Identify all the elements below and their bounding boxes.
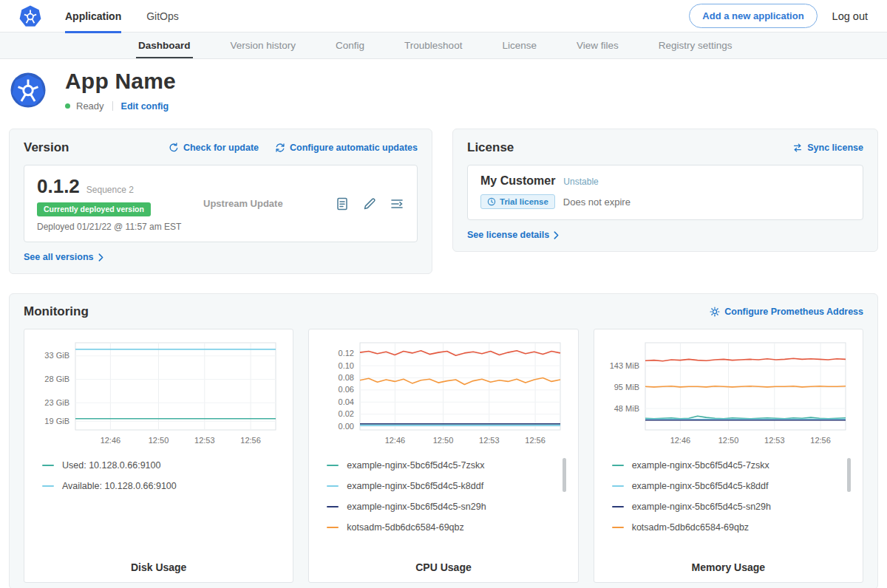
legend-item: example-nginx-5bc6f5d4c5-7zskx [612, 455, 842, 476]
svg-text:0.02: 0.02 [339, 409, 354, 418]
disk-usage-chart-card: 12:4612:5012:5312:5633 GiB28 GiB23 GiB19… [24, 329, 293, 583]
svg-text:28 GiB: 28 GiB [45, 375, 70, 383]
summary-cards-row: Version Check for update [0, 129, 887, 274]
ready-status-dot [65, 103, 70, 109]
tab-application-label: Application [65, 10, 121, 22]
sync-icon [792, 143, 803, 153]
ready-status-text: Ready [76, 100, 104, 112]
logout-button[interactable]: Log out [832, 10, 868, 22]
legend-swatch [612, 465, 624, 466]
legend-swatch [612, 485, 624, 487]
version-info: 0.1.2 Sequence 2 Currently deployed vers… [37, 175, 203, 232]
legend-label: example-nginx-5bc6f5d4c5-sn29h [632, 502, 771, 512]
deployed-timestamp: Deployed 01/21/22 @ 11:57 am EST [37, 222, 203, 232]
svg-text:12:56: 12:56 [810, 436, 831, 445]
svg-text:19 GiB: 19 GiB [45, 417, 70, 425]
svg-text:95 MiB: 95 MiB [614, 383, 639, 392]
legend-item: Used: 10.128.0.66:9100 [42, 455, 272, 476]
app-name-title: App Name [65, 69, 176, 94]
tab-application[interactable]: Application [65, 0, 121, 33]
see-all-versions-label: See all versions [24, 252, 94, 262]
legend-label: example-nginx-5bc6f5d4c5-7zskx [347, 460, 484, 471]
svg-text:12:56: 12:56 [526, 436, 546, 445]
clock-icon [487, 197, 496, 206]
sync-license-link[interactable]: Sync license [792, 143, 863, 153]
legend-scrollbar[interactable] [563, 458, 566, 492]
subtab-config[interactable]: Config [316, 33, 384, 58]
svg-text:0.08: 0.08 [339, 373, 354, 382]
license-channel: Unstable [563, 177, 598, 187]
version-panel: Version Check for update [9, 129, 432, 274]
deployed-badge: Currently deployed version [37, 202, 151, 216]
svg-text:12:46: 12:46 [385, 436, 406, 445]
legend-label: kotsadm-5db6dc6584-69qbz [632, 522, 749, 533]
chart-title: Memory Usage [600, 555, 857, 573]
subtab-dashboard[interactable]: Dashboard [118, 33, 211, 58]
kubernetes-logo-icon[interactable] [19, 5, 41, 27]
chart-legend: Used: 10.128.0.66:9100Available: 10.128.… [30, 449, 287, 496]
app-header-text: App Name Ready Edit config [65, 69, 176, 112]
license-panel: License Sync license My Customer Unstabl… [452, 129, 878, 252]
edit-config-link[interactable]: Edit config [121, 101, 169, 112]
chart-title: Disk Usage [30, 555, 287, 573]
svg-text:12:53: 12:53 [194, 436, 215, 445]
gear-icon [710, 307, 720, 317]
legend-item: example-nginx-5bc6f5d4c5-k8ddf [327, 476, 557, 496]
svg-text:23 GiB: 23 GiB [45, 398, 70, 407]
deploy-logs-icon[interactable] [390, 196, 404, 211]
app-header: App Name Ready Edit config [0, 59, 887, 123]
edit-config-icon[interactable] [362, 196, 377, 211]
svg-text:0.04: 0.04 [339, 397, 354, 406]
subtab-registry-settings-label: Registry settings [659, 40, 733, 51]
subtab-license[interactable]: License [482, 33, 557, 58]
trial-license-badge: Trial license [480, 194, 555, 209]
top-nav: Application GitOps Add a new application… [0, 0, 887, 33]
legend-item: example-nginx-5bc6f5d4c5-7zskx [327, 455, 557, 476]
trial-license-label: Trial license [500, 197, 548, 206]
subtab-registry-settings[interactable]: Registry settings [639, 33, 752, 58]
license-card: My Customer Unstable Trial license Does … [467, 165, 863, 220]
chevron-right-icon [98, 253, 103, 261]
legend-swatch [612, 527, 624, 528]
see-license-details-link[interactable]: See license details [467, 230, 559, 240]
legend-swatch [327, 527, 339, 528]
subtab-view-files[interactable]: View files [557, 33, 639, 58]
subtab-troubleshoot-label: Troubleshoot [404, 40, 462, 51]
license-panel-title: License [467, 140, 514, 155]
check-for-update-link[interactable]: Check for update [169, 143, 259, 153]
configure-automatic-updates-link[interactable]: Configure automatic updates [275, 143, 418, 153]
refresh-icon [169, 143, 179, 153]
legend-item: example-nginx-5bc6f5d4c5-k8ddf [612, 476, 842, 496]
customer-name: My Customer [480, 174, 555, 188]
release-notes-icon[interactable] [335, 196, 350, 211]
legend-swatch [327, 506, 339, 507]
subtab-view-files-label: View files [577, 40, 619, 51]
svg-text:12:53: 12:53 [480, 436, 500, 445]
version-source-label: Upstream Update [203, 198, 283, 209]
legend-swatch [327, 485, 339, 487]
legend-label: example-nginx-5bc6f5d4c5-k8ddf [632, 481, 769, 491]
see-license-details-label: See license details [467, 230, 549, 240]
svg-text:12:46: 12:46 [670, 436, 690, 445]
configure-prometheus-link[interactable]: Configure Prometheus Address [710, 307, 863, 317]
configure-prometheus-label: Configure Prometheus Address [724, 307, 863, 317]
monitoring-panel: Monitoring Configure Prometheus Address … [9, 293, 878, 588]
legend-swatch [612, 506, 624, 507]
chart-title: CPU Usage [315, 555, 571, 573]
legend-label: example-nginx-5bc6f5d4c5-sn29h [347, 502, 486, 512]
legend-label: Available: 10.128.0.66:9100 [62, 481, 177, 491]
legend-scrollbar[interactable] [847, 458, 851, 492]
legend-swatch [42, 465, 54, 466]
version-panel-title: Version [24, 140, 69, 155]
status-divider [112, 101, 113, 111]
legend-item: kotsadm-5db6dc6584-69qbz [612, 517, 842, 538]
legend-item: Available: 10.128.0.66:9100 [42, 476, 272, 496]
add-application-button[interactable]: Add a new application [689, 4, 817, 28]
legend-item: example-nginx-5bc6f5d4c5-sn29h [612, 496, 842, 517]
subtab-troubleshoot[interactable]: Troubleshoot [384, 33, 482, 58]
subtab-version-history[interactable]: Version history [211, 33, 316, 58]
subtab-license-label: License [502, 40, 537, 51]
configure-automatic-updates-label: Configure automatic updates [290, 143, 418, 153]
see-all-versions-link[interactable]: See all versions [24, 252, 103, 262]
tab-gitops[interactable]: GitOps [146, 0, 179, 33]
